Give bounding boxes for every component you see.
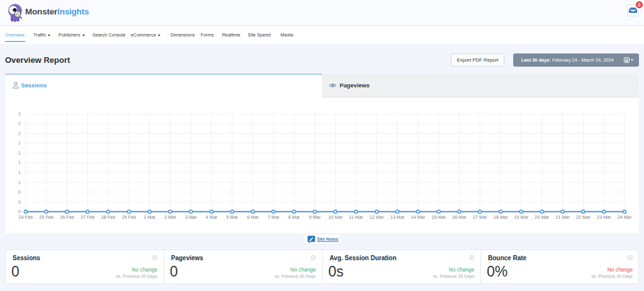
svg-text:7 Mar: 7 Mar [267,214,279,220]
svg-text:6 Mar: 6 Mar [247,214,259,220]
svg-text:11 Mar: 11 Mar [349,214,364,220]
svg-text:8 Mar: 8 Mar [288,214,300,220]
svg-text:0: 0 [18,199,21,205]
svg-text:3 Mar: 3 Mar [185,214,197,220]
svg-text:14 Mar: 14 Mar [411,214,425,220]
svg-text:0: 0 [18,189,21,195]
svg-text:15 Mar: 15 Mar [431,214,446,220]
svg-text:29 Feb: 29 Feb [122,214,136,220]
svg-text:5 Mar: 5 Mar [226,214,238,220]
svg-text:1: 1 [18,170,21,175]
svg-text:22 Mar: 22 Mar [576,214,591,220]
svg-text:16 Mar: 16 Mar [452,214,467,220]
svg-text:18 Mar: 18 Mar [494,214,508,220]
svg-text:1 Mar: 1 Mar [143,214,155,220]
svg-text:13 Mar: 13 Mar [390,214,404,220]
svg-text:20 Mar: 20 Mar [535,214,549,220]
svg-text:24 Feb: 24 Feb [18,214,33,220]
svg-text:24 Mar: 24 Mar [618,214,632,220]
svg-text:4 Mar: 4 Mar [206,214,218,220]
svg-text:12 Mar: 12 Mar [370,214,384,220]
svg-text:23 Mar: 23 Mar [597,214,611,220]
svg-text:2: 2 [18,121,21,126]
svg-text:28 Feb: 28 Feb [101,214,116,220]
svg-text:2: 2 [18,111,21,117]
svg-text:1: 1 [18,160,21,165]
svg-text:19 Mar: 19 Mar [514,214,528,220]
svg-text:9 Mar: 9 Mar [309,214,321,220]
svg-text:25 Feb: 25 Feb [39,214,53,220]
svg-text:21 Mar: 21 Mar [555,214,570,220]
svg-text:2: 2 [18,131,21,136]
svg-text:26 Feb: 26 Feb [60,214,74,220]
svg-text:1: 1 [18,150,21,156]
svg-text:10 Mar: 10 Mar [328,214,343,220]
svg-text:2 Mar: 2 Mar [164,214,176,220]
svg-text:1: 1 [18,180,21,185]
svg-text:1: 1 [18,140,21,146]
svg-text:27 Feb: 27 Feb [80,214,95,220]
svg-text:17 Mar: 17 Mar [473,214,487,220]
